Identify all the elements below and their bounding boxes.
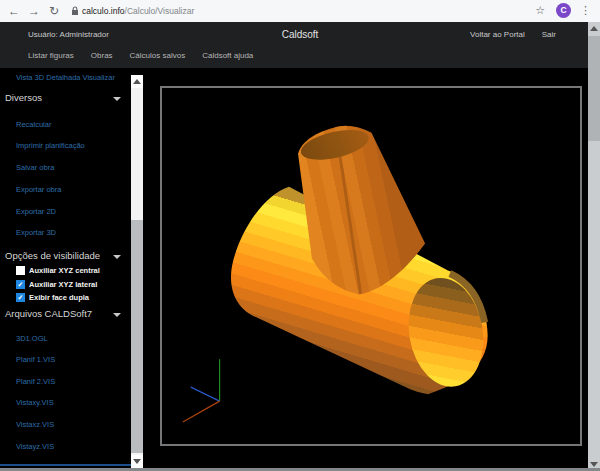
sidebar-item-vista-3d[interactable]: Vista 3D Detalhada Visualizar [16, 73, 115, 82]
sidebar-file-planif1[interactable]: Planif 1.VIS [16, 355, 55, 364]
scroll-up-button[interactable] [131, 75, 143, 88]
bookmark-star-icon[interactable]: ☆ [535, 4, 545, 17]
axis-helper [183, 359, 220, 422]
checkbox-xyz-central[interactable]: ✓ Auxiliar XYZ central [16, 266, 100, 275]
browser-toolbar: ← → ↻ calculo.info/Calculo/Visualizar ☆ … [0, 0, 600, 23]
sidebar-item-exportar-2d[interactable]: Exportar 2D [16, 207, 56, 216]
axis-z-blue [191, 387, 220, 401]
sidebar-file-vistayz[interactable]: Vistayz.VIS [16, 442, 54, 451]
sidebar-file-3d1-ogl[interactable]: 3D1.OGL [16, 334, 48, 343]
scroll-up-button[interactable] [588, 22, 600, 35]
url-path: /Calculo/Visualizar [125, 6, 195, 16]
chevron-down-icon [113, 97, 121, 101]
nav-caldsoft-ajuda[interactable]: Caldsoft ajuda [202, 51, 253, 60]
sidebar-file-vistaxz[interactable]: Vistaxz.VIS [16, 420, 54, 429]
checkbox-label: Auxiliar XYZ lateral [29, 280, 97, 289]
sidebar-file-vistaxy[interactable]: Vistaxy.VIS [16, 398, 54, 407]
back-icon[interactable]: ← [8, 3, 20, 19]
sidebar-scrollbar[interactable] [131, 75, 143, 468]
reload-icon[interactable]: ↻ [49, 3, 59, 19]
section-opcoes-visibilidade[interactable]: Opções de visibilidade [5, 250, 100, 261]
viewer-area [143, 68, 588, 468]
url-domain: calculo.info [82, 6, 125, 16]
profile-avatar[interactable]: C [556, 3, 571, 18]
checkbox-xyz-lateral[interactable]: ✓ Auxiliar XYZ lateral [16, 280, 97, 289]
sidebar-item-exportar-3d[interactable]: Exportar 3D [16, 228, 56, 237]
chevron-down-icon [113, 255, 121, 259]
nav-listar-figuras[interactable]: Listar figuras [28, 51, 74, 60]
main-nav: Listar figuras Obras Cálculos salvos Cal… [28, 51, 253, 60]
viewport-canvas[interactable] [162, 88, 580, 444]
page-scrollbar[interactable] [588, 22, 600, 471]
section-diversos[interactable]: Diversos [5, 92, 42, 103]
checkbox-box[interactable]: ✓ [16, 293, 25, 302]
application-window: ← → ↻ calculo.info/Calculo/Visualizar ☆ … [0, 0, 600, 471]
sidebar-item-imprimir[interactable]: Imprimir planificação [16, 141, 85, 150]
sidebar-divider [0, 464, 131, 466]
checkbox-face-dupla[interactable]: ✓ Exibir face dupla [16, 293, 89, 302]
sidebar-item-salvar-obra[interactable]: Salvar obra [16, 163, 54, 172]
sidebar-item-exportar-obra[interactable]: Exportar obra [16, 185, 61, 194]
forward-icon[interactable]: → [28, 3, 40, 19]
check-icon: ✓ [16, 280, 25, 289]
scrollbar-thumb[interactable] [588, 36, 600, 141]
scroll-down-button[interactable] [131, 455, 143, 468]
sidebar-item-recalcular[interactable]: Recalcular [16, 120, 51, 129]
url-bar[interactable]: calculo.info/Calculo/Visualizar [82, 6, 194, 16]
sidebar-file-planif2[interactable]: Planif 2.VIS [16, 377, 55, 386]
checkbox-box[interactable]: ✓ [16, 280, 25, 289]
axis-x-red [183, 401, 220, 422]
portal-link[interactable]: Voltar ao Portal [470, 30, 525, 39]
section-arquivos-caldsoft7[interactable]: Arquivos CALDSoft7 [5, 308, 92, 319]
check-icon: ✓ [16, 293, 25, 302]
checkbox-box[interactable]: ✓ [16, 266, 25, 275]
viewport-frame [160, 86, 582, 446]
site-header: Usuário: Administrador Caldsoft Voltar a… [0, 22, 600, 68]
scrollbar-thumb[interactable] [131, 220, 143, 453]
chevron-down-icon [113, 313, 121, 317]
padlock-icon [71, 6, 79, 16]
sidebar: Vista 3D Detalhada Visualizar Diversos R… [0, 68, 131, 465]
logout-link[interactable]: Sair [542, 30, 556, 39]
browser-menu-icon[interactable]: ⋮ [580, 4, 591, 17]
checkbox-label: Exibir face dupla [29, 293, 89, 302]
checkbox-label: Auxiliar XYZ central [29, 266, 100, 275]
nav-calculos-salvos[interactable]: Cálculos salvos [130, 51, 186, 60]
nav-obras[interactable]: Obras [91, 51, 113, 60]
